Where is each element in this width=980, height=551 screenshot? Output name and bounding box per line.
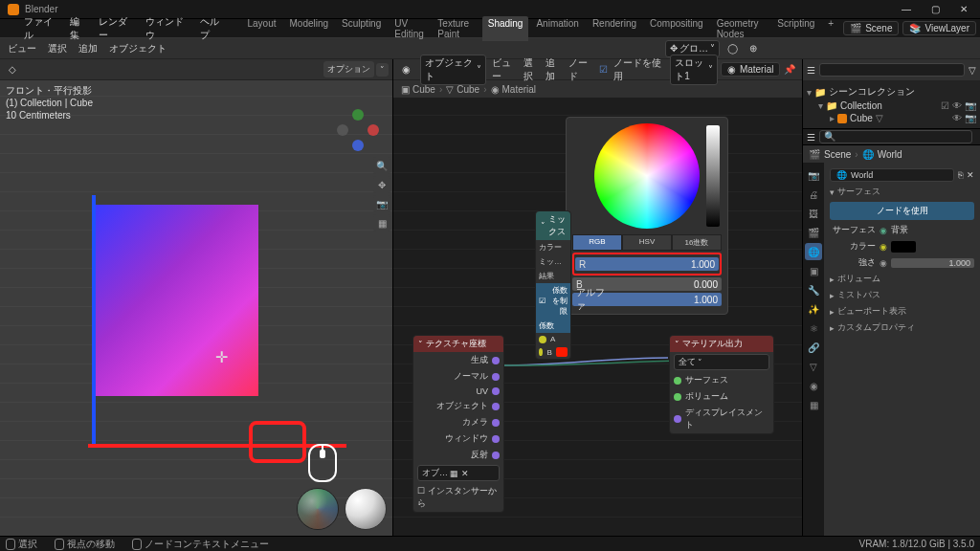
viewport-canvas[interactable]: フロント・平行投影 (1) Collection | Cube 10 Centi… <box>0 80 392 536</box>
sock-window[interactable] <box>492 435 500 443</box>
ptab-output[interactable]: 🖨 <box>805 186 822 203</box>
menu-help[interactable]: ヘルプ <box>196 13 230 44</box>
props-type-icon[interactable]: ☰ <box>807 132 815 143</box>
mix-a-socket[interactable]: A <box>550 335 555 343</box>
outliner-search[interactable] <box>819 63 965 77</box>
viewlayer-selector[interactable]: 📚 ViewLayer <box>902 21 976 35</box>
options-button[interactable]: オプション <box>323 61 374 77</box>
pin-icon[interactable]: 📌 <box>783 62 796 77</box>
alpha-field[interactable]: アルファ 1.000 <box>572 293 722 306</box>
props-search[interactable]: 🔍 <box>819 130 972 143</box>
tree-cube[interactable]: ▸ Cube ▽👁 📷 <box>807 112 976 124</box>
nh-select[interactable]: 選択 <box>523 56 541 83</box>
color-wheel[interactable] <box>594 123 700 229</box>
window-close-button[interactable]: ✕ <box>949 0 978 19</box>
sock-reflection[interactable] <box>492 452 500 459</box>
nh-view[interactable]: ビュー <box>492 56 517 83</box>
nh-node[interactable]: ノード <box>568 56 593 83</box>
ptab-material[interactable]: ◉ <box>805 377 822 394</box>
tab-rgb[interactable]: RGB <box>572 234 622 251</box>
tb-select[interactable]: 選択 <box>44 40 71 57</box>
node-canvas[interactable]: RGB HSV 16進数 R 1.000 B 0.000 アルファ 1.000 <box>393 98 802 536</box>
panel-custom[interactable]: ▸ カスタムプロパティ <box>830 320 974 336</box>
persp-icon[interactable]: ▦ <box>373 214 390 231</box>
sock-volume[interactable] <box>674 393 681 401</box>
tree-collection[interactable]: ▾📁 Collection☑ 👁 📷 <box>807 99 976 112</box>
unlink-icon[interactable]: ✕ <box>967 170 974 180</box>
mix-node-header[interactable]: ˅ ミックス <box>536 211 570 240</box>
panel-volume[interactable]: ▸ ボリューム <box>830 271 974 287</box>
new-world-icon[interactable]: ⎘ <box>958 170 963 180</box>
camera-icon[interactable]: 📷 <box>373 195 390 212</box>
panel-surface[interactable]: ▾ サーフェス <box>830 184 974 200</box>
tab-layout[interactable]: Layout <box>241 16 281 41</box>
tb-view[interactable]: ビュー <box>4 40 40 57</box>
ptab-world[interactable]: 🌐 <box>805 243 822 260</box>
editor-type-icon[interactable]: ◇ <box>4 62 21 77</box>
nav-gizmo[interactable] <box>337 109 379 151</box>
use-nodes-check[interactable]: ノードを使用 <box>613 56 664 83</box>
tab-hex[interactable]: 16進数 <box>672 234 722 251</box>
zoom-icon[interactable]: 🔍 <box>373 157 390 174</box>
tab-scripting[interactable]: Scripting <box>771 16 820 41</box>
outliner-type-icon[interactable]: ☰ <box>807 65 815 76</box>
tab-animation[interactable]: Animation <box>530 16 584 41</box>
sock-uv[interactable] <box>492 387 500 395</box>
use-nodes-button[interactable]: ノードを使用 <box>830 202 974 220</box>
window-minimize-button[interactable]: — <box>892 0 921 19</box>
ptab-render[interactable]: 📷 <box>805 166 822 184</box>
tab-shading[interactable]: Shading <box>482 16 529 41</box>
ptab-viewlayer[interactable]: 🖼 <box>805 205 822 222</box>
tab-add[interactable]: + <box>822 16 839 41</box>
ptab-texture[interactable]: ▦ <box>805 396 822 413</box>
scene-selector[interactable]: 🎬 Scene <box>843 21 899 35</box>
shader-type-dropdown[interactable]: オブジェクト ˅ <box>420 55 486 85</box>
hdri-preview-sphere[interactable] <box>297 488 339 530</box>
matout-header[interactable]: ˅ マテリアル出力 <box>670 336 773 352</box>
material-output-node[interactable]: ˅ マテリアル出力 全て ˅ サーフェス ボリューム ディスプレイスメント <box>669 335 774 434</box>
cube-object[interactable] <box>96 205 258 396</box>
sock-surface[interactable] <box>674 377 681 385</box>
tab-rendering[interactable]: Rendering <box>587 16 642 41</box>
panel-mist[interactable]: ▸ ミストパス <box>830 287 974 303</box>
surface-value[interactable]: 背景 <box>891 224 908 236</box>
r-field[interactable]: R 1.000 <box>575 257 719 271</box>
options-chevron[interactable]: ˅ <box>376 63 389 77</box>
sock-camera[interactable] <box>492 419 500 427</box>
blender-menu-icon[interactable] <box>4 22 16 35</box>
window-maximize-button[interactable]: ▢ <box>921 0 949 19</box>
instancer-check[interactable]: ☐ インスタンサーから <box>417 485 500 510</box>
tb-object[interactable]: オブジェクト <box>105 40 170 57</box>
sock-normal[interactable] <box>492 373 500 381</box>
filter-icon[interactable]: ▽ <box>969 65 976 76</box>
gizmo-neg-icon[interactable] <box>337 124 348 136</box>
ptab-particles[interactable]: ✨ <box>805 300 822 318</box>
sock-displacement[interactable] <box>674 415 681 423</box>
bc-mesh[interactable]: ▽ Cube <box>446 84 479 95</box>
ptab-object[interactable]: ▣ <box>805 262 822 279</box>
world-color-chip[interactable] <box>891 241 916 253</box>
texcoord-object-field[interactable]: オブ… ▦ ✕ <box>417 465 500 481</box>
bc-mat[interactable]: ◉ Material <box>491 84 537 95</box>
ptab-scene[interactable]: 🎬 <box>805 224 822 241</box>
move-icon[interactable]: ✥ <box>373 176 390 193</box>
ptab-physics[interactable]: ⚛ <box>805 320 822 337</box>
tab-geonodes[interactable]: Geometry Nodes <box>711 16 770 41</box>
mix-b-color[interactable] <box>556 347 568 357</box>
bc-obj[interactable]: ▣ Cube <box>401 84 435 95</box>
matcap-preview-sphere[interactable] <box>345 488 387 530</box>
world-datablock[interactable]: 🌐 World <box>830 168 954 182</box>
strength-field[interactable]: 1.000 <box>891 258 974 268</box>
texcoord-node[interactable]: ˅ テクスチャ座標 生成 ノーマル UV オブジェクト カメラ ウィンドウ 反射… <box>412 335 504 513</box>
value-slider[interactable] <box>706 125 720 227</box>
tab-modeling[interactable]: Modeling <box>284 16 335 41</box>
matout-target[interactable]: 全て ˅ <box>674 354 769 370</box>
tab-texturepaint[interactable]: Texture Paint <box>432 16 479 41</box>
tree-scene-collection[interactable]: ▾📁 シーンコレクション <box>807 84 976 99</box>
tab-sculpting[interactable]: Sculpting <box>336 16 387 41</box>
tb-add[interactable]: 追加 <box>75 40 101 57</box>
slot-dropdown[interactable]: スロット1 ˅ <box>670 55 718 85</box>
mix-b-socket[interactable]: B <box>546 348 551 357</box>
gizmo-y-icon[interactable] <box>352 109 364 121</box>
material-selector[interactable]: ◉ Material <box>721 62 781 77</box>
